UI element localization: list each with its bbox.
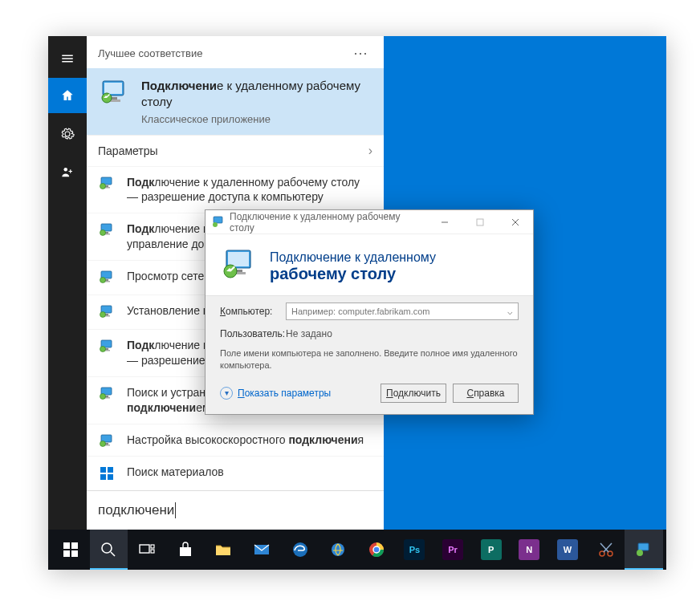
taskbar-taskview-button[interactable] <box>128 530 166 570</box>
taskbar-photoshop-button[interactable]: Ps <box>396 530 434 570</box>
edge-icon <box>291 541 309 558</box>
show-options-link[interactable]: ▾ Показать параметры <box>220 387 331 400</box>
chevron-down-icon: ⌵ <box>507 307 513 317</box>
svg-rect-38 <box>214 217 222 223</box>
settings-button[interactable] <box>48 116 87 152</box>
svg-rect-48 <box>63 550 70 557</box>
hamburger-button[interactable] <box>48 43 87 75</box>
chevron-right-icon: › <box>368 144 372 158</box>
svg-point-21 <box>100 312 106 318</box>
top-result-title: Подключение к удаленному рабочему столу <box>141 78 372 111</box>
taskbar-chrome-button[interactable] <box>357 530 396 570</box>
rdp-info-text: Поле имени компьютера не заполнено. Введ… <box>220 347 519 372</box>
store-icon <box>98 465 116 482</box>
taskbar-publisher-button[interactable]: P <box>472 530 511 570</box>
svg-point-50 <box>102 543 112 553</box>
svg-rect-2 <box>104 83 122 94</box>
computer-combobox[interactable]: Например: computer.fabrikam.com ⌵ <box>286 303 519 320</box>
minimize-button[interactable] <box>427 210 462 234</box>
result-item[interactable]: Настройка высокоскоростного подключения <box>87 424 384 456</box>
top-result[interactable]: Подключение к удаленному рабочему столу … <box>87 68 384 135</box>
taskbar-ie-button[interactable] <box>319 530 357 570</box>
settings-item-icon <box>98 175 116 193</box>
settings-item-icon <box>98 269 116 286</box>
connect-button[interactable]: Подключить <box>381 384 446 403</box>
store-result[interactable]: Поиск материалов <box>87 456 384 490</box>
close-icon <box>511 217 520 227</box>
minimize-icon <box>440 217 450 227</box>
rdp-dialog: Подключение к удаленному рабочему столу … <box>205 209 534 415</box>
settings-item-icon <box>98 338 116 355</box>
taskbar-explorer-button[interactable] <box>205 530 243 570</box>
expand-down-icon: ▾ <box>220 387 233 400</box>
taskbar-snip-button[interactable] <box>587 530 625 570</box>
search-input-value: подключени <box>98 502 174 518</box>
svg-rect-46 <box>63 542 70 549</box>
close-button[interactable] <box>498 210 533 234</box>
svg-rect-42 <box>228 252 249 266</box>
best-match-label: Лучшее соответствие <box>98 47 202 59</box>
svg-rect-53 <box>151 550 154 553</box>
hamburger-icon <box>60 51 75 66</box>
home-button[interactable] <box>48 78 87 113</box>
taskbar-start-button[interactable] <box>51 530 90 570</box>
svg-point-9 <box>100 183 106 189</box>
scissors-icon <box>597 541 615 558</box>
ie-icon <box>329 541 347 558</box>
start-rail <box>48 36 87 530</box>
taskbar-onenote-button[interactable]: N <box>511 530 549 570</box>
svg-rect-62 <box>638 543 649 550</box>
svg-rect-37 <box>108 474 113 480</box>
help-button[interactable]: Справка <box>453 384 519 403</box>
taskbar-edge-button[interactable] <box>281 530 319 570</box>
taskbar-search-button[interactable] <box>90 530 128 570</box>
store-result-label: Поиск материалов <box>127 465 224 480</box>
svg-point-63 <box>637 550 643 556</box>
maximize-button[interactable] <box>462 210 498 234</box>
result-item-label: Подключение к удаленному рабочему столу … <box>127 175 372 205</box>
svg-point-56 <box>332 543 344 556</box>
mail-icon <box>253 541 271 558</box>
best-match-header: Лучшее соответствие ⋯ <box>87 36 384 68</box>
banner-line2: рабочему столу <box>270 265 436 283</box>
settings-item-icon <box>98 432 116 450</box>
svg-rect-40 <box>477 219 483 225</box>
search-icon <box>100 541 117 558</box>
settings-item-icon <box>98 303 116 321</box>
folder-icon <box>214 541 232 558</box>
windows-icon <box>62 541 79 558</box>
account-button[interactable] <box>48 155 87 190</box>
taskbar-word-button[interactable]: W <box>548 530 587 570</box>
search-input[interactable]: подключени <box>87 490 384 530</box>
user-value: Не задано <box>286 328 332 339</box>
svg-rect-34 <box>100 467 106 473</box>
taskview-icon <box>138 541 156 558</box>
computer-placeholder: Например: computer.fabrikam.com <box>291 307 430 316</box>
svg-rect-36 <box>100 474 106 480</box>
rdp-banner: Подключение к удаленному рабочему столу <box>206 234 533 295</box>
taskbar-rdp-button[interactable] <box>625 530 663 570</box>
text-caret <box>175 502 176 518</box>
params-section-header[interactable]: Параметры › <box>87 135 384 166</box>
svg-rect-49 <box>71 550 78 557</box>
taskbar-store-button[interactable] <box>166 530 205 570</box>
result-item[interactable]: Подключение к удаленному рабочему столу … <box>87 166 384 213</box>
computer-label: Компьютер: <box>220 306 286 317</box>
svg-point-29 <box>100 393 106 399</box>
chrome-icon <box>368 541 385 558</box>
user-label: Пользователь: <box>220 328 286 339</box>
desktop: Лучшее соответствие ⋯ Подключение к удал… <box>48 36 666 570</box>
gear-icon <box>60 127 75 141</box>
more-icon[interactable]: ⋯ <box>353 44 372 62</box>
rdp-titlebar[interactable]: Подключение к удаленному рабочему столу <box>206 210 533 234</box>
svg-point-25 <box>100 347 106 352</box>
result-item-label: Настройка высокоскоростного подключения <box>127 432 364 448</box>
rdp-body: Компьютер: Например: computer.fabrikam.c… <box>206 295 533 414</box>
svg-point-17 <box>100 278 106 283</box>
rdp-title-icon <box>212 216 225 229</box>
taskbar: Ps Pr P N W <box>48 530 666 570</box>
rdp-taskbar-icon <box>635 541 653 558</box>
params-label: Параметры <box>98 144 158 157</box>
taskbar-premiere-button[interactable]: Pr <box>433 530 472 570</box>
taskbar-mail-button[interactable] <box>242 530 281 570</box>
